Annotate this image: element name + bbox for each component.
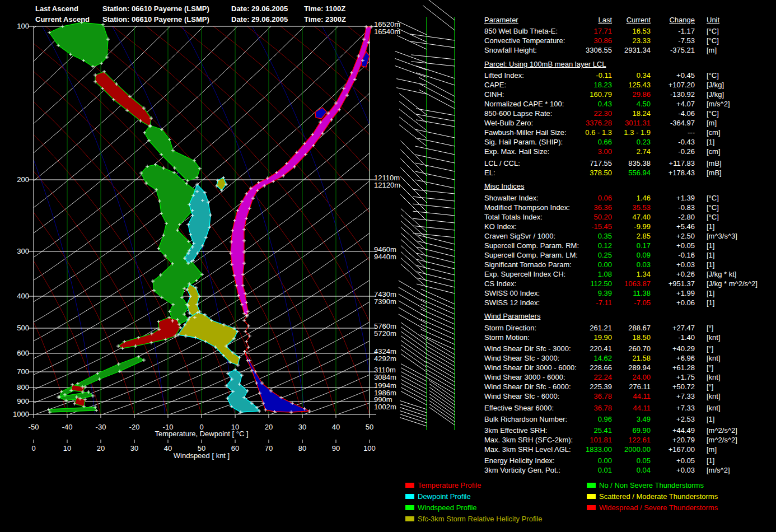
current-value: 0.03 [612, 260, 651, 269]
current-value: 44.11 [612, 391, 651, 401]
last-value: 30.86 [540, 36, 612, 45]
wind-barb [401, 372, 427, 385]
change-value: +107.20 [651, 80, 695, 90]
wind-barb [419, 83, 455, 102]
wind-barb [429, 400, 455, 418]
last-value: 36.78 [540, 391, 612, 401]
unit-label: [m/s^2] [707, 465, 730, 475]
legend-swatch [405, 505, 414, 510]
change-value: +50.72 [651, 382, 695, 391]
legend-swatch [405, 483, 414, 488]
change-value: -2.80 [651, 212, 695, 222]
table-row: Wind Shear Dir 3000 - 6000:228.66289.94+… [484, 363, 775, 372]
last-value: 22.30 [540, 109, 612, 118]
wind-barb [417, 265, 455, 275]
wind-barb [423, 6, 455, 30]
unit-label: [°C] [707, 36, 719, 45]
current-value: 0.09 [612, 250, 651, 260]
wind-barb [429, 380, 455, 398]
wind-barb [415, 146, 455, 155]
last-value: 101.81 [540, 435, 612, 445]
wind-tick-label: 0 [22, 445, 45, 452]
table-row: CS Index:112.501063.87+951.37[J/kg * m^2… [484, 279, 775, 288]
wind-barb [397, 35, 427, 49]
unit-label: [1] [707, 456, 714, 465]
unit-label: [knt] [707, 391, 721, 401]
current-value: 69.90 [612, 426, 651, 435]
last-value: 0.01 [540, 465, 612, 475]
table-row: EL:378.50556.94+178.43[mB] [484, 168, 775, 178]
wind-barb [399, 117, 427, 138]
change-value: +2.50 [651, 231, 695, 241]
wind-barb [429, 407, 455, 425]
last-value: 3376.28 [540, 118, 612, 128]
unit-label: [m^2/s^2] [707, 426, 737, 435]
param-label: CS Index: [484, 279, 516, 288]
table-row: Wind Shear Dir Sfc - 6000:225.39276.11+5… [484, 382, 775, 391]
legend-swatch [587, 505, 596, 510]
current-value: 1.3 - 1.9 [612, 128, 651, 137]
col-parameter: Parameter [484, 16, 518, 25]
current-value: 16.53 [612, 26, 651, 36]
change-value: +7.33 [651, 403, 695, 413]
last-value: 0.06 [540, 193, 612, 203]
wind-barb [401, 380, 427, 393]
pressure-label: 600 [7, 349, 29, 357]
wind-barb [395, 51, 427, 63]
wind-barb [399, 125, 427, 146]
section-title: Parcel: Using 100mB mean layer LCL [484, 60, 775, 69]
wind-barb [401, 221, 427, 244]
wind-barb [429, 397, 455, 415]
wind-barb [413, 189, 455, 194]
current-value: 44.11 [612, 403, 651, 413]
altitude-label: 16540m [374, 28, 400, 35]
wind-barb [400, 404, 427, 413]
table-row: Energy Helicity Index:0.000.05+0.05[1] [484, 456, 775, 465]
change-value: +40.29 [651, 344, 695, 353]
last-value: -15.45 [540, 222, 612, 231]
change-value: -0.16 [651, 250, 695, 260]
current-value: 35.53 [612, 203, 651, 212]
param-label: Storm Direction: [484, 323, 536, 333]
wind-barb [401, 246, 427, 269]
legend-label: Temperature Profile [418, 482, 481, 489]
wind-barb [399, 94, 427, 115]
param-label: CAPE: [484, 80, 506, 90]
change-value: +27.47 [651, 323, 695, 333]
col-last: Last [540, 16, 612, 25]
wind-barb [400, 408, 427, 416]
current-value: 11.38 [612, 288, 651, 298]
table-row: Wind Shear Sfc - 6000:36.7844.11+7.33[kn… [484, 391, 775, 401]
pressure-label: 300 [7, 248, 29, 255]
change-value: +1.39 [651, 193, 695, 203]
last-value: 0.00 [540, 456, 612, 465]
change-value: -7.53 [651, 36, 695, 45]
wind-barb-panel [395, 0, 455, 430]
wind-barb [400, 418, 427, 426]
current-value: 47.40 [612, 212, 651, 222]
param-label: EL: [484, 168, 495, 178]
table-row: Lifted Index:-0.110.34+0.45[°C] [484, 71, 775, 80]
wind-barb [399, 281, 427, 297]
last-value: 225.39 [540, 382, 612, 391]
wind-barb [417, 247, 455, 256]
unit-label: [knt] [707, 403, 721, 413]
change-value: +6.96 [651, 353, 695, 363]
current-value: 21.58 [612, 353, 651, 363]
current-value: 1063.87 [612, 279, 651, 288]
table-row: Showalter Index:0.061.46+1.39[°C] [484, 193, 775, 203]
unit-label: [°C] [707, 212, 719, 222]
legend-label: Dewpoint Profile [418, 493, 471, 500]
change-value: +4.07 [651, 99, 695, 109]
last-value: 261.21 [540, 323, 612, 333]
table-row: Total Totals Index:50.2047.40-2.80[°C] [484, 212, 775, 222]
wind-barb [417, 272, 455, 281]
wind-barb [417, 241, 455, 250]
current-value: 24.00 [612, 372, 651, 382]
table-row: Storm Direction:261.21288.67+27.47[°] [484, 323, 775, 333]
wind-tick-label: 70 [258, 445, 280, 452]
wind-barb [399, 294, 427, 310]
param-label: Wet-Bulb Zero: [484, 118, 533, 128]
wind-barb [400, 414, 427, 423]
table-row: Snowfall Height:3306.552931.34-375.21[m] [484, 45, 775, 55]
